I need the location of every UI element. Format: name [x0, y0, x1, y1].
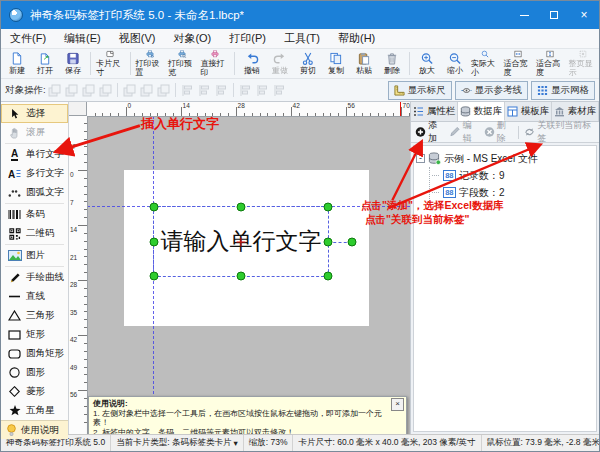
tool-image[interactable]: 图片 [1, 246, 68, 265]
resize-handle-middle-right[interactable] [324, 237, 333, 246]
menu-object[interactable]: 对象(O) [164, 31, 220, 46]
object-op-button-disabled[interactable] [97, 82, 114, 98]
db-delete-button[interactable]: 删除 [484, 119, 513, 145]
tool-rounded-rectangle[interactable]: 圆角矩形 [1, 344, 68, 363]
ruler-label: 70 [403, 102, 410, 109]
cut-button[interactable]: 剪切 [294, 49, 322, 78]
ruler-label: 0 [70, 171, 74, 178]
redo-button[interactable]: 重做 [266, 49, 294, 78]
object-op-button-disabled[interactable] [179, 82, 196, 98]
resize-handle-top-left[interactable] [150, 203, 159, 212]
menu-file[interactable]: 文件(F) [1, 31, 55, 46]
resize-handle-bottom-left[interactable] [150, 272, 159, 281]
show-ruler-toggle[interactable]: 显示标尺 [388, 81, 452, 100]
db-add-button[interactable]: 添加 [415, 119, 444, 145]
print-preview-button[interactable]: 打印预览 [166, 49, 199, 78]
usage-help-button[interactable]: 使用说明 [1, 420, 68, 439]
tool-pan[interactable]: 滚屏 [1, 123, 68, 142]
menu-view[interactable]: 视图(V) [110, 31, 165, 46]
object-op-button-disabled[interactable] [46, 82, 63, 98]
tool-star[interactable]: 五角星 [1, 401, 68, 420]
close-button[interactable]: × [569, 1, 599, 29]
maximize-button[interactable] [539, 1, 569, 29]
show-grid-toggle[interactable]: 显示网格 [531, 81, 595, 100]
tool-diamond[interactable]: 菱形 [1, 382, 68, 401]
ruler-tick [370, 113, 371, 117]
copy-button[interactable]: 复制 [322, 49, 350, 78]
tool-arc-text[interactable]: 圆弧文字 [1, 183, 68, 202]
resize-handle-bottom-right[interactable] [324, 272, 333, 281]
zoom-in-button[interactable]: 放大 [413, 49, 441, 78]
resize-handle-top-right[interactable] [324, 203, 333, 212]
object-op-button-disabled[interactable] [213, 82, 230, 98]
actual-size-button[interactable]: 实际大小 [469, 49, 502, 78]
direct-print-button[interactable]: 直接打印 [199, 49, 232, 78]
menu-help[interactable]: 帮助(H) [329, 31, 384, 46]
canvas-workarea[interactable]: 01428425670 -70714212835424956 请输入单行文字 [69, 102, 410, 434]
ruler-tick [354, 113, 355, 117]
popup-close-button[interactable]: × [391, 398, 404, 411]
show-guides-toggle[interactable]: 显示参考线 [455, 81, 529, 100]
db-edit-button[interactable]: 编辑 [449, 119, 478, 145]
selected-text-object[interactable]: 请输入单行文字 [153, 206, 329, 277]
tool-multi-line-text[interactable]: A多行文字 [1, 164, 68, 183]
object-op-button-disabled[interactable] [254, 82, 271, 98]
ruler-tick [189, 113, 190, 117]
design-canvas[interactable]: 请输入单行文字 [87, 116, 410, 434]
tool-circle[interactable]: 圆形 [1, 363, 68, 382]
resize-handle-top-middle[interactable] [237, 203, 246, 212]
object-op-button-disabled[interactable] [155, 82, 172, 98]
full-page-button[interactable]: 整页显示 [567, 49, 600, 78]
collapse-expander[interactable]: - [416, 154, 425, 163]
resize-handle-middle-left[interactable] [150, 237, 159, 246]
card-size-button[interactable]: 卡片尺寸 [94, 49, 127, 78]
object-op-button-disabled[interactable] [196, 82, 213, 98]
object-op-button-disabled[interactable] [271, 82, 288, 98]
grid-icon [537, 85, 548, 96]
tool-rectangle[interactable]: 矩形 [1, 325, 68, 344]
delete-button[interactable]: 删除 [378, 49, 406, 78]
fit-width-button[interactable]: 适合宽度 [502, 49, 535, 78]
save-button[interactable]: 保存 [59, 49, 87, 78]
ruler-tick [84, 367, 88, 368]
ruler-tick [84, 139, 88, 140]
zoom-out-button[interactable]: 缩小 [441, 49, 469, 78]
new-button[interactable]: 新建 [3, 49, 31, 78]
db-link-button[interactable]: 关联到当前标签 [524, 119, 595, 145]
horizontal-ruler: 01428425670 [69, 102, 410, 117]
menu-edit[interactable]: 编辑(E) [55, 31, 110, 46]
tool-single-line-text[interactable]: A单行文字 [1, 145, 68, 164]
ruler-label: 28 [238, 102, 245, 109]
menu-print[interactable]: 打印(P) [220, 31, 275, 46]
fit-height-button[interactable]: 适合高度 [534, 49, 567, 78]
ruler-tick [134, 113, 135, 117]
table-icon: 88 [443, 187, 456, 198]
minimize-button[interactable] [509, 1, 539, 29]
paste-button[interactable]: 粘贴 [350, 49, 378, 78]
resize-handle-bottom-middle[interactable] [237, 272, 246, 281]
status-card-type-dropdown[interactable]: 当前卡片类型: 条码标签类卡片▾ [111, 435, 244, 451]
open-button[interactable]: 打开 [31, 49, 59, 78]
object-op-button-disabled[interactable] [138, 82, 155, 98]
tool-barcode[interactable]: 条码 [1, 205, 68, 224]
undo-button[interactable]: 撤销 [238, 49, 266, 78]
object-op-button-disabled[interactable] [121, 82, 138, 98]
tool-line[interactable]: 直线 [1, 287, 68, 306]
tool-triangle[interactable]: 三角形 [1, 306, 68, 325]
tool-freehand-curve[interactable]: 手绘曲线 [1, 268, 68, 287]
tree-node-datasource[interactable]: - 示例 - MS Excel 文件 [416, 150, 594, 167]
rotate-handle[interactable] [348, 237, 357, 246]
ruler-tick [84, 398, 88, 399]
status-card-size: 卡片尺寸: 60.0 毫米 x 40.0 毫米, 203 像素/英寸 [293, 435, 481, 451]
ruler-tick [84, 264, 88, 265]
print-settings-button[interactable]: 打印设置 [134, 49, 167, 78]
object-op-button-disabled[interactable] [237, 82, 254, 98]
tree-node-record-count[interactable]: 88 记录数：9 [432, 167, 594, 184]
menu-tools[interactable]: 工具(T) [275, 31, 329, 46]
object-op-button-disabled[interactable] [63, 82, 80, 98]
tree-node-field-count[interactable]: 88 字段数：2 [432, 184, 594, 201]
tool-select[interactable]: 选择 [1, 104, 68, 123]
paste-icon [357, 52, 371, 65]
object-op-button-disabled[interactable] [80, 82, 97, 98]
tool-qrcode[interactable]: 二维码 [1, 224, 68, 243]
